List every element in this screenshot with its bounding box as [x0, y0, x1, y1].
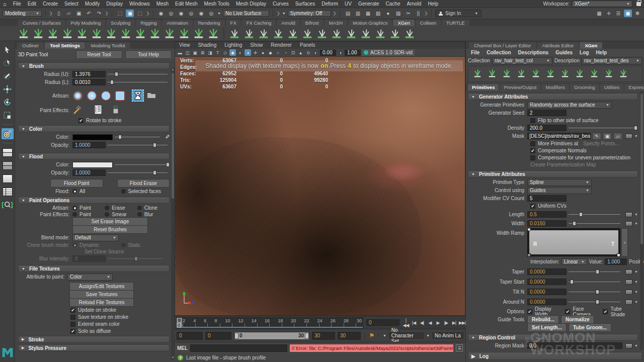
- pfx-brush-icon[interactable]: [72, 105, 83, 115]
- xgen-groom-shelf-icon[interactable]: [243, 27, 256, 40]
- snap-icon[interactable]: ◉: [157, 10, 165, 17]
- viewport-toolbar-icon[interactable]: ●: [260, 49, 266, 56]
- ramp-expand-button[interactable]: >: [621, 228, 628, 256]
- shelf-tab[interactable]: Animation: [162, 20, 192, 26]
- shelf-tab[interactable]: TURTLE: [442, 20, 469, 26]
- region-control-header[interactable]: ▼Region Control: [468, 334, 638, 341]
- snap-icon[interactable]: ◉: [177, 10, 185, 17]
- shelf-tab[interactable]: Curves / Surfaces: [18, 20, 65, 26]
- pfx-op-radio[interactable]: [105, 212, 109, 217]
- viewport-toolbar-icon[interactable]: ◨: [207, 49, 213, 56]
- range-handle-left[interactable]: [234, 333, 238, 339]
- viewport-menu-item[interactable]: Show: [250, 42, 263, 48]
- primitive-slider[interactable]: [569, 289, 620, 295]
- xgen-shelf-icon[interactable]: [105, 27, 118, 40]
- rotate-to-stroke-checkbox[interactable]: [78, 118, 84, 123]
- playback-button[interactable]: ▶: [435, 320, 441, 325]
- viewport-toolbar-icon[interactable]: ○: [275, 49, 281, 56]
- guide-tool-button[interactable]: Tube Groom...: [569, 323, 611, 332]
- tool-help-button[interactable]: Tool Help: [125, 50, 172, 59]
- paint-map-icon[interactable]: ✎: [592, 133, 601, 140]
- panel-toggle-icon[interactable]: ▦: [595, 10, 603, 17]
- xgen-shelf-icon[interactable]: [119, 27, 132, 40]
- menu-set-dropdown[interactable]: Modeling▼: [3, 10, 42, 17]
- xgen-shelf-icon[interactable]: [134, 27, 147, 40]
- panel-toggle-icon[interactable]: ☰: [614, 10, 622, 17]
- more-primitives-checkbox[interactable]: [530, 141, 535, 146]
- primitive-slider[interactable]: [569, 268, 620, 275]
- reload-file-textures-button[interactable]: Reload File Textures: [69, 298, 134, 307]
- flood-paint-button[interactable]: Flood Paint: [50, 179, 103, 188]
- viewport-menu-item[interactable]: Shading: [198, 42, 217, 48]
- viewport-toolbar-icon[interactable]: ✛: [252, 49, 259, 56]
- viewport-toolbar-icon[interactable]: ⊡: [290, 49, 296, 56]
- chevron-down-icon[interactable]: ▼: [426, 334, 430, 337]
- xgen-toolbar-icon[interactable]: [531, 68, 541, 79]
- xgen-menu-item[interactable]: Log: [580, 50, 589, 55]
- xgen-toolbar-icon[interactable]: [502, 68, 512, 79]
- shelf-tab[interactable]: Bifrost: [301, 20, 324, 26]
- xgen-menu-item[interactable]: Collection: [487, 50, 511, 55]
- option-checkbox[interactable]: [565, 309, 570, 314]
- xgen-menu-item[interactable]: File: [471, 50, 479, 55]
- save-textures-button[interactable]: Save Textures: [69, 290, 134, 299]
- xgen-groom-shelf-icon[interactable]: [345, 27, 358, 40]
- lock-icon[interactable]: [636, 2, 641, 6]
- menu-item[interactable]: Curves: [273, 1, 289, 7]
- save-map-icon[interactable]: ▣: [603, 133, 612, 140]
- hourglass-stamp-icon[interactable]: [132, 89, 144, 102]
- ramp-value-field[interactable]: 1.000: [605, 258, 627, 265]
- collection-dropdown[interactable]: rav_hair_test_col▼: [492, 57, 552, 64]
- gamma-icon[interactable]: ◑: [337, 49, 344, 56]
- viewport-toolbar-icon[interactable]: ◈: [229, 49, 236, 56]
- xgen-groom-shelf-icon[interactable]: [403, 27, 416, 40]
- uniform-cvs-checkbox[interactable]: [530, 204, 535, 209]
- menu-item[interactable]: Deform: [321, 1, 338, 7]
- log-section-header[interactable]: ▶Log: [468, 352, 642, 360]
- xgen-subtab[interactable]: Preview/Output: [500, 84, 540, 90]
- artisan-op-radio[interactable]: [105, 206, 109, 210]
- character-set-dropdown[interactable]: No Character Set: [389, 332, 424, 339]
- xgen-subtab[interactable]: Utilities: [600, 84, 624, 90]
- generate-primitives-dropdown[interactable]: Randomly across the surface▼: [527, 102, 612, 109]
- medium-brush-icon[interactable]: [87, 90, 97, 101]
- xgen-shelf-icon[interactable]: [90, 27, 103, 40]
- primitive-type-dropdown[interactable]: Spline▼: [527, 179, 592, 186]
- xgen-toolbar-icon[interactable]: [516, 68, 526, 79]
- shelf-tab[interactable]: FX: [226, 20, 241, 26]
- shelf-tab[interactable]: Motion Graphics: [348, 20, 392, 26]
- snap-icon[interactable]: ◎: [207, 10, 215, 17]
- attribute-to-paint-dropdown[interactable]: Color▼: [67, 274, 113, 281]
- color-swatch[interactable]: [72, 134, 113, 140]
- compensate-normals-checkbox[interactable]: [530, 148, 535, 153]
- snap-icon[interactable]: ◉: [197, 10, 205, 17]
- snap-icon[interactable]: ◎: [167, 10, 175, 17]
- assign-edit-textures-button[interactable]: Assign/Edit Textures: [69, 282, 134, 291]
- xgen-subtab[interactable]: Expressions: [624, 84, 644, 90]
- viewport-menu-item[interactable]: Lighting: [224, 42, 242, 48]
- viewport-toolbar-icon[interactable]: ◔: [282, 49, 289, 56]
- xgen-subtab[interactable]: Modifiers: [541, 84, 569, 90]
- shelf-tab[interactable]: Colleen: [416, 20, 441, 26]
- workspace-dropdown[interactable]: XGen*▼: [572, 1, 632, 7]
- hypershade-zoom-icon[interactable]: [ ]: [2, 199, 14, 210]
- playback-end-field[interactable]: 30: [312, 332, 335, 340]
- exposure-icon[interactable]: ◐: [312, 49, 319, 56]
- file-op-icon[interactable]: ▱: [65, 10, 73, 17]
- render-icon[interactable]: ●: [384, 10, 392, 17]
- menu-item[interactable]: Cache: [386, 1, 400, 7]
- shelf-tab[interactable]: Arnold: [277, 20, 299, 26]
- timeline-ruler[interactable]: 24681012141618202224262830 0 0: [176, 317, 363, 328]
- file-op-icon[interactable]: ↶: [85, 10, 93, 17]
- current-time-field[interactable]: 0: [366, 319, 399, 326]
- range-handle-right[interactable]: [305, 333, 309, 339]
- color-section-header[interactable]: ▼Color: [18, 125, 170, 132]
- pfx-op-radio[interactable]: [72, 212, 77, 217]
- option-checkbox[interactable]: [603, 309, 608, 314]
- xgen-shelf-icon[interactable]: [46, 27, 59, 40]
- density-field[interactable]: 200.0: [527, 125, 567, 131]
- pfx-script-icon[interactable]: [94, 105, 103, 116]
- xgen-menu-item[interactable]: Descriptions: [518, 50, 549, 55]
- selection-mode-icon[interactable]: ⬚: [116, 10, 124, 17]
- right-panel-tab[interactable]: XGen: [580, 42, 602, 49]
